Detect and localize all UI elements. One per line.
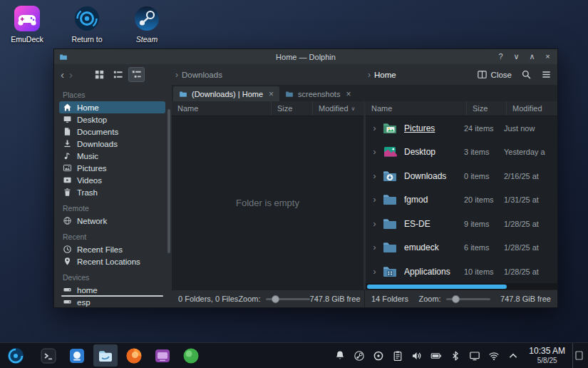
taskbar-firefox-app[interactable] xyxy=(122,344,146,367)
expand-chevron-icon[interactable]: › xyxy=(368,219,381,229)
maximize-button[interactable]: ∧ xyxy=(527,52,537,61)
notifications-bell-icon[interactable] xyxy=(334,350,346,362)
drive-icon xyxy=(63,285,72,295)
tab-close-icon[interactable]: × xyxy=(346,89,351,99)
forward-button[interactable]: › xyxy=(69,69,73,80)
compact-view-button[interactable] xyxy=(110,67,126,82)
close-window-button[interactable]: × xyxy=(543,52,552,61)
taskbar-dolphin-app[interactable] xyxy=(93,344,118,367)
sidebar-item-documents[interactable]: Documents xyxy=(59,126,165,138)
file-row-emudeck[interactable]: › emudeck 6 items 1/28/25 at xyxy=(366,236,557,260)
file-size: 6 items xyxy=(464,243,504,252)
help-button[interactable]: ? xyxy=(496,52,505,61)
taskbar-media-app[interactable] xyxy=(150,344,175,367)
sidebar-item-desktop[interactable]: Desktop xyxy=(59,113,165,126)
file-name[interactable]: emudeck xyxy=(404,242,464,252)
details-view-button[interactable] xyxy=(128,67,145,82)
file-name[interactable]: ES-DE xyxy=(404,219,464,229)
minimize-button[interactable]: ∨ xyxy=(512,52,521,61)
menu-button[interactable] xyxy=(541,69,552,80)
column-header-name[interactable]: Name xyxy=(366,101,466,116)
clipboard-icon[interactable] xyxy=(392,350,403,362)
app-launcher-button[interactable] xyxy=(4,344,28,367)
file-row-desktop[interactable]: › Desktop 3 items Yesterday a xyxy=(366,140,557,165)
desktop-monitor-icon xyxy=(63,115,72,124)
breadcrumb-right-label[interactable]: Home xyxy=(374,71,396,79)
sidebar-item-pictures[interactable]: Pictures xyxy=(59,162,165,174)
steam-tray-icon[interactable] xyxy=(354,350,365,362)
sidebar-scrollbar[interactable] xyxy=(167,109,170,253)
desktop-icon-return-to-gaming[interactable]: Return to xyxy=(64,4,110,44)
column-header-modified[interactable]: Modified xyxy=(506,101,557,116)
show-desktop-button[interactable] xyxy=(572,343,584,368)
sidebar-item-home[interactable]: Home xyxy=(59,101,165,113)
file-row-applications[interactable]: › Applications 10 items 1/28/25 at xyxy=(366,260,557,283)
file-size: 20 items xyxy=(464,195,504,204)
tab-close-icon[interactable]: × xyxy=(269,89,274,99)
empty-folder-view[interactable]: Folder is empty xyxy=(172,116,363,290)
battery-icon[interactable] xyxy=(430,350,442,362)
window-folder-icon xyxy=(59,53,68,61)
zoom-slider[interactable] xyxy=(266,295,310,303)
volume-icon[interactable] xyxy=(411,350,423,362)
left-pane: Name Size Modified ∨ Folder is empty xyxy=(172,101,363,290)
file-name[interactable]: fgmod xyxy=(404,195,464,205)
column-header-modified[interactable]: Modified ∨ xyxy=(312,101,363,116)
titlebar[interactable]: Home — Dolphin ? ∨ ∧ × xyxy=(54,49,557,64)
expand-chevron-icon[interactable]: › xyxy=(368,123,381,133)
sidebar-item-network[interactable]: Network xyxy=(59,215,165,227)
expand-chevron-icon[interactable]: › xyxy=(368,171,381,181)
zoom-slider-knob[interactable] xyxy=(272,295,279,303)
bluetooth-icon[interactable] xyxy=(450,350,461,362)
expand-chevron-icon[interactable]: › xyxy=(368,242,381,252)
scrollbar-thumb[interactable] xyxy=(367,285,507,289)
sidebar-item-recent-locations[interactable]: Recent Locations xyxy=(59,255,165,267)
horizontal-scrollbar[interactable] xyxy=(366,283,557,290)
file-row-fgmod[interactable]: › fgmod 20 items 1/31/25 at xyxy=(366,188,557,213)
file-row-downloads[interactable]: › Downloads 0 items 2/16/25 at xyxy=(366,164,557,188)
clock[interactable]: 10:35 AM 5/8/25 xyxy=(529,346,565,364)
breadcrumb-left-label[interactable]: Downloads xyxy=(182,71,222,79)
wifi-icon[interactable] xyxy=(488,350,500,362)
search-button[interactable] xyxy=(521,69,532,80)
expand-chevron-icon[interactable]: › xyxy=(368,267,381,277)
sidebar-item-music[interactable]: Music xyxy=(59,150,165,162)
expand-chevron-icon[interactable]: › xyxy=(368,147,381,157)
taskbar-blue-app[interactable] xyxy=(65,344,89,367)
sidebar-item-label: esp xyxy=(77,298,91,307)
expand-chevron-icon[interactable]: › xyxy=(368,195,381,205)
column-header-name[interactable]: Name xyxy=(172,101,271,116)
taskbar-green-app[interactable] xyxy=(179,344,203,367)
expand-tray-chevron-icon[interactable] xyxy=(507,350,519,362)
sidebar-item-recent-files[interactable]: Recent Files xyxy=(59,243,165,255)
display-icon[interactable] xyxy=(469,350,480,362)
file-name[interactable]: Desktop xyxy=(404,147,464,157)
file-row-pictures[interactable]: › Pictures 24 items Just now xyxy=(366,116,557,140)
status-ring-icon[interactable] xyxy=(373,350,384,362)
file-size: 24 items xyxy=(464,124,504,133)
column-header-size[interactable]: Size xyxy=(466,101,506,116)
column-header-size[interactable]: Size xyxy=(271,101,312,116)
toolbar: ‹ › › Downloads › Home xyxy=(54,64,557,85)
breadcrumb-left[interactable]: › Downloads xyxy=(175,70,222,80)
back-button[interactable]: ‹ xyxy=(61,69,64,80)
close-split-button[interactable]: Close xyxy=(477,69,512,80)
desktop-icon-steam[interactable]: Steam xyxy=(124,4,170,44)
sidebar-item-videos[interactable]: Videos xyxy=(59,174,165,186)
icons-view-button[interactable] xyxy=(91,67,108,82)
file-name[interactable]: Applications xyxy=(404,267,464,277)
sidebar-item-downloads[interactable]: Downloads xyxy=(59,138,165,150)
file-name[interactable]: Pictures xyxy=(404,123,464,133)
tab-screenshots[interactable]: screenshots × xyxy=(279,86,356,101)
file-name[interactable]: Downloads xyxy=(404,171,464,181)
desktop-icon-emudeck[interactable]: EmuDeck xyxy=(4,4,50,44)
sidebar-item-device-home[interactable]: home xyxy=(59,284,165,296)
file-row-es-de[interactable]: › ES-DE 9 items 1/28/25 at xyxy=(366,212,557,236)
zoom-slider[interactable] xyxy=(446,295,490,303)
sidebar-item-trash[interactable]: Trash xyxy=(59,186,165,198)
sidebar-item-device-esp[interactable]: esp xyxy=(59,296,165,307)
tab-downloads-home[interactable]: (Downloads) | Home × xyxy=(173,86,279,101)
breadcrumb-right[interactable]: › Home xyxy=(368,70,396,80)
taskbar-dark-app[interactable] xyxy=(36,344,61,367)
zoom-slider-knob[interactable] xyxy=(452,295,460,303)
